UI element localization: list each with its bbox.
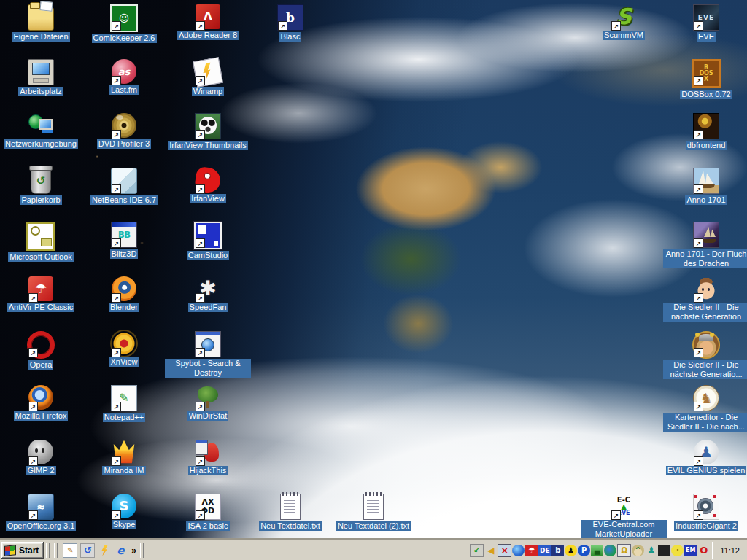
blasc-tray-icon[interactable]: b xyxy=(551,545,564,556)
aim-running-man-icon[interactable]: ♟ xyxy=(565,545,577,556)
desktop-icon-dosbox[interactable]: B DOS X↗DOSBox 0.72 xyxy=(663,59,747,99)
desktop-icon-annofluch[interactable]: ↗Anno 1701 - Der Fluch des Drachen xyxy=(663,222,747,268)
desktop-icon-blitz3d[interactable]: BB↗Blitz3D xyxy=(81,222,167,259)
desktop-icon-label: Skype xyxy=(112,520,137,529)
desktop-icon-label: DOSBox 0.72 xyxy=(680,90,732,99)
desktop-icon-txt[interactable]: Neu Textdatei (2).txt xyxy=(330,494,417,531)
desktop-icon-antivir[interactable]: ☂↗AntiVir PE Classic xyxy=(0,276,84,312)
desktop-icon-opera[interactable]: ↗Opera xyxy=(0,331,84,370)
shortcut-arrow-icon: ↗ xyxy=(196,293,205,303)
desktop-icon-txt[interactable]: Neu Textdatei.txt xyxy=(247,494,333,531)
txt-icon xyxy=(363,494,384,520)
desktop-icon-windirstat[interactable]: ↗WinDirStat xyxy=(165,385,251,421)
safely-remove-hardware-icon[interactable]: ↙ xyxy=(470,544,484,557)
green-figure-icon[interactable]: ♟ xyxy=(645,545,657,556)
desktop-icon-blasc[interactable]: b↗Blasc xyxy=(247,4,333,42)
tor-onion-icon[interactable]: ^ xyxy=(632,545,644,556)
desktop-icon-comickeeper[interactable]: ☺↗ComicKeeper 2.6 xyxy=(81,4,167,43)
txt-icon xyxy=(280,494,301,520)
desktop-icon-winamp[interactable]: ↗Winamp xyxy=(165,59,251,96)
desktop-icon-label: AntiVir PE Classic xyxy=(7,303,74,312)
show-desktop-icon[interactable]: ✎ xyxy=(63,543,77,558)
desktop-icon-netbeans[interactable]: ↗NetBeans IDE 6.7 xyxy=(81,168,167,205)
shortcut-arrow-icon: ↗ xyxy=(28,402,38,411)
desktop-icon-speedfan[interactable]: ✱↗SpeedFan xyxy=(165,276,251,312)
tank-icon[interactable]: ▄ xyxy=(591,545,603,556)
desktop-icon-siedlerface[interactable]: ↗Die Siedler II - Die nächste Generation xyxy=(663,276,747,322)
antivir-tray-icon[interactable]: ☂ xyxy=(525,545,538,556)
desktop-icon-dvdprofiler[interactable]: ↗DVD Profiler 3 xyxy=(81,113,167,149)
desktop-icon-industriegigant[interactable]: ↗IndustrieGigant 2 xyxy=(663,494,747,531)
desktop-icon-label: Neu Textdatei.txt xyxy=(259,521,322,531)
taskbar-grip[interactable] xyxy=(54,543,58,558)
shortcut-arrow-icon: ↗ xyxy=(694,184,703,194)
globe-dialup-icon[interactable] xyxy=(512,545,525,556)
desktop-icon-anno1701[interactable]: ↗Anno 1701 xyxy=(663,168,747,205)
p-circle-icon[interactable]: P xyxy=(578,545,590,556)
desktop-icon-evecentral[interactable]: ▲↗EVE-Central.com MarketUploader xyxy=(581,494,667,539)
lock-window-icon[interactable]: Ω xyxy=(617,544,631,557)
desktop-icon-adobereader[interactable]: Λ↗Adobe Reader 8 xyxy=(165,4,251,40)
shortcut-arrow-icon: ↗ xyxy=(694,238,703,248)
desktop-icon-folder[interactable]: Eigene Dateien xyxy=(0,4,84,42)
desktop-icon-dbfrontend[interactable]: ↗dbfrontend xyxy=(663,113,747,150)
desktop-icon-outlook[interactable]: Microsoft Outlook xyxy=(0,222,84,262)
desktop-icon-karteneditor[interactable]: ♞↗Karteneditor - Die Siedler II - Die nä… xyxy=(663,385,747,432)
desktop-icon-isa2[interactable]: ΛX ΦD↗ISA 2 basic xyxy=(165,494,251,531)
speedfan-tray-icon[interactable] xyxy=(658,545,670,556)
desktop-icon-label: Eigene Dateien xyxy=(12,32,69,42)
desktop-icon-blender[interactable]: ↗Blender xyxy=(81,276,167,312)
shortcut-arrow-icon: ↗ xyxy=(694,402,703,411)
quick-launch-overflow-chevron[interactable]: » xyxy=(130,545,138,556)
outlook-icon xyxy=(26,222,55,251)
shortcut-arrow-icon: ↗ xyxy=(28,510,38,520)
desktop-icon-label: Microsoft Outlook xyxy=(8,252,74,262)
desktop-icon-label: EVE xyxy=(697,32,716,42)
desktop-icon-irfanthumbs[interactable]: ↗IrfanView Thumbnails xyxy=(165,113,251,150)
network-disconnected-icon[interactable]: × xyxy=(498,544,511,557)
desktop-icon-label: Mozilla Firefox xyxy=(14,411,69,421)
desktop-icon-network[interactable]: Netzwerkumgebung xyxy=(0,113,84,149)
desktop-icon-xnview[interactable]: ↗XnView xyxy=(81,331,167,367)
start-button[interactable]: Start xyxy=(1,542,44,559)
shortcut-arrow-icon: ↗ xyxy=(196,348,205,357)
desktop-icon-evilgenius[interactable]: ♟↗EVIL GENIUS spielen xyxy=(663,440,747,475)
desktop-icon-recycle[interactable]: ↺Papierkorb xyxy=(0,168,84,205)
desktop-icon-skype[interactable]: S↗Skype xyxy=(81,494,167,529)
desktop-icon-scummvm[interactable]: S↗ScummVM xyxy=(581,4,667,40)
language-de-icon[interactable]: DE xyxy=(538,545,551,556)
desktop-icon-label: Die Siedler II - Die nächste Generation xyxy=(663,303,747,322)
desktop-icon-miranda[interactable]: ↗Miranda IM xyxy=(81,440,167,475)
desktop-icon-camstudio[interactable]: ↗CamStudio xyxy=(165,222,251,260)
desktop-icon-lastfm[interactable]: as↗Last.fm xyxy=(81,59,167,95)
desktop-icon-firefox[interactable]: ↗Mozilla Firefox xyxy=(0,385,84,421)
em-icon[interactable]: EM xyxy=(684,545,697,556)
desktop-icon-irfanview[interactable]: ↗IrfanView xyxy=(165,168,251,203)
desktop-icon-spybot[interactable]: ↗Spybot - Search & Destroy xyxy=(165,331,251,378)
desktop-icon-siedlerviking[interactable]: ↗Die Siedler II - Die nächste Generatio.… xyxy=(663,331,747,379)
internet-explorer-icon[interactable]: e xyxy=(114,544,127,557)
blue-swoosh-icon[interactable]: ↺ xyxy=(80,543,95,558)
yellow-clock-icon[interactable]: · xyxy=(671,545,684,556)
desktop-icon-gimp[interactable]: ↗GIMP 2 xyxy=(0,440,84,475)
desktop-icon-hijackthis[interactable]: ↗HijackThis xyxy=(165,440,251,475)
taskbar-clock[interactable]: 11:12 xyxy=(713,546,746,555)
desktop-icon-notepadpp[interactable]: ✎↗Notepad++ xyxy=(81,385,167,422)
shortcut-arrow-icon: ↗ xyxy=(694,456,703,466)
desktop-icon-label: XnView xyxy=(109,357,139,367)
taskbar-grip[interactable] xyxy=(46,543,50,558)
winamp-quicklaunch-icon[interactable] xyxy=(98,544,111,557)
taskbar-grip[interactable] xyxy=(140,543,144,558)
opera-tray-icon[interactable]: O xyxy=(697,545,710,556)
desktop-icon-eve[interactable]: EVE↗EVE xyxy=(663,4,747,42)
volume-icon[interactable]: ◀ xyxy=(484,545,497,556)
globe-tray-icon[interactable] xyxy=(604,545,616,556)
desktop-icon-label: DVD Profiler 3 xyxy=(97,139,151,149)
desktop-icon-label: Anno 1701 xyxy=(685,195,727,205)
desktop-wallpaper: Eigene DateienArbeitsplatzNetzwerkumgebu… xyxy=(0,0,747,540)
desktop-icon-computer[interactable]: Arbeitsplatz xyxy=(0,59,84,96)
desktop-icon-label: ISA 2 basic xyxy=(186,521,229,531)
shortcut-arrow-icon: ↗ xyxy=(196,184,205,194)
start-button-label: Start xyxy=(19,545,39,556)
desktop-icon-openoffice[interactable]: ≈↗OpenOffice.org 3.1 xyxy=(0,494,84,531)
